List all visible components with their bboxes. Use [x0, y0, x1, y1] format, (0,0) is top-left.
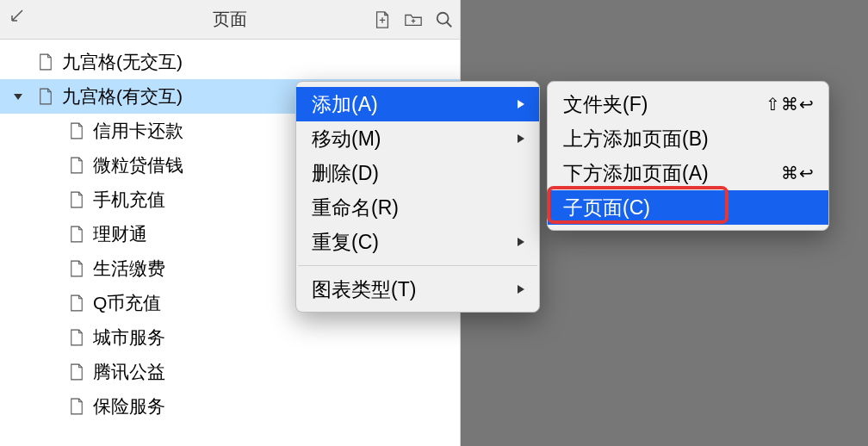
tree-item-label: 生活缴费 [93, 257, 165, 281]
menu-item-rename[interactable]: 重命名(R) [296, 190, 539, 225]
page-icon [69, 294, 84, 313]
menu-item-label: 上方添加页面(B) [563, 126, 709, 152]
menu-item-chart-type[interactable]: 图表类型(T) [296, 272, 539, 307]
back-icon[interactable] [10, 9, 26, 24]
panel-header: 页面 [0, 0, 460, 40]
svg-point-0 [437, 12, 449, 23]
menu-shortcut: ⌘↩ [781, 163, 815, 183]
tree-item-label: 九宫格(无交互) [62, 50, 183, 74]
tree-item-label: 九宫格(有交互) [62, 84, 183, 108]
menu-item-duplicate[interactable]: 重复(C) [296, 225, 539, 259]
submenu-arrow-icon [517, 237, 525, 247]
tree-item-label: 理财通 [93, 222, 147, 246]
menu-item-add-page-above[interactable]: 上方添加页面(B) [548, 121, 828, 156]
page-icon [38, 87, 53, 106]
page-icon [69, 328, 84, 347]
menu-item-label: 图表类型(T) [312, 276, 416, 303]
tree-item-label: 城市服务 [93, 325, 165, 350]
tree-item-label: 腾讯公益 [93, 360, 165, 384]
page-icon [69, 190, 84, 209]
menu-item-label: 添加(A) [312, 91, 378, 118]
menu-item-label: 移动(M) [312, 126, 381, 152]
menu-item-label: 子页面(C) [563, 195, 650, 221]
menu-item-label: 重命名(R) [312, 195, 399, 221]
menu-item-move[interactable]: 移动(M) [296, 121, 539, 156]
menu-item-label: 下方添加页面(A) [563, 160, 709, 187]
page-icon [69, 397, 84, 416]
menu-separator [298, 265, 537, 266]
page-icon [69, 259, 84, 278]
menu-item-add-page-below[interactable]: 下方添加页面(A) ⌘↩ [548, 156, 828, 190]
disclosure-triangle-icon[interactable] [10, 91, 26, 102]
new-folder-icon[interactable] [403, 9, 424, 30]
menu-item-add[interactable]: 添加(A) [296, 87, 539, 121]
tree-item-label: Q币充值 [93, 291, 161, 315]
tree-item-label: 微粒贷借钱 [93, 153, 183, 177]
tree-item-label: 保险服务 [93, 394, 165, 418]
page-icon [69, 225, 84, 244]
page-icon [69, 362, 84, 381]
search-icon[interactable] [434, 9, 455, 30]
tree-item[interactable]: 九宫格(无交互) [0, 45, 460, 79]
tree-item-label: 手机充值 [93, 188, 165, 212]
menu-item-delete[interactable]: 删除(D) [296, 156, 539, 190]
page-icon [38, 53, 53, 71]
menu-item-folder[interactable]: 文件夹(F) ⇧⌘↩ [548, 87, 828, 121]
menu-item-label: 文件夹(F) [563, 91, 648, 118]
menu-item-child-page[interactable]: 子页面(C) [548, 190, 828, 225]
menu-item-label: 删除(D) [312, 160, 379, 187]
tree-item[interactable]: 城市服务 [0, 320, 460, 355]
menu-item-label: 重复(C) [312, 229, 379, 256]
page-icon [69, 156, 84, 175]
tree-item[interactable]: 腾讯公益 [0, 355, 460, 389]
new-page-icon[interactable] [372, 9, 393, 30]
panel-actions [372, 9, 455, 30]
panel-title: 页面 [213, 8, 247, 31]
submenu-arrow-icon [517, 99, 525, 109]
submenu-arrow-icon [517, 284, 525, 294]
context-menu: 添加(A) 移动(M) 删除(D) 重命名(R) 重复(C) 图表类型(T) [295, 81, 540, 313]
tree-item[interactable]: 保险服务 [0, 389, 460, 424]
submenu-arrow-icon [517, 133, 525, 144]
menu-shortcut: ⇧⌘↩ [766, 94, 815, 115]
page-icon [69, 121, 84, 140]
tree-item-label: 信用卡还款 [93, 119, 183, 143]
context-submenu-add: 文件夹(F) ⇧⌘↩ 上方添加页面(B) 下方添加页面(A) ⌘↩ 子页面(C) [547, 81, 829, 231]
